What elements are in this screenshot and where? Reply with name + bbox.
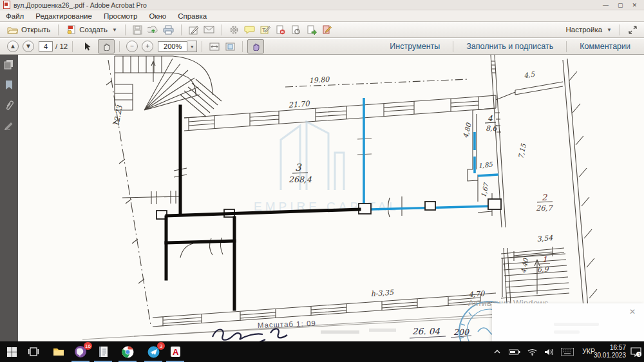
title-bar: вул.Дорошенка26_.pdf - Adobe Acrobat Pro…	[0, 0, 644, 10]
create-button[interactable]: Создать ▼	[63, 24, 120, 35]
chrome-app-button[interactable]	[117, 341, 138, 362]
maximize-icon[interactable]: ▢	[618, 2, 623, 8]
dim-1-85: 1,85	[478, 161, 493, 169]
plan-dimension-labels: 19.80 21.70 12.23 4,5 4,80 1,85 1,67 7,1…	[111, 70, 553, 299]
menu-bar: Файл Редактирование Просмотр Окно Справк…	[0, 10, 644, 22]
dim-12-23: 12.23	[111, 104, 124, 128]
clock[interactable]: 16:57 30.01.2023	[594, 344, 626, 359]
main-toolbar: Открыть Создать ▼ T Настройка ▼	[0, 22, 644, 38]
fit-page-button[interactable]	[222, 40, 238, 53]
navigation-pane	[0, 55, 18, 341]
expand-panes-icon[interactable]	[625, 23, 640, 36]
dim-4-70: 4,70	[468, 289, 485, 299]
previous-page-button[interactable]: ▲	[7, 41, 19, 52]
chrome-icon	[122, 346, 134, 358]
building-outline	[82, 55, 600, 339]
export-pdf-button[interactable]	[304, 23, 319, 36]
acrobat-app-button[interactable]: A	[165, 341, 185, 362]
zoom-level-value[interactable]: 200%	[158, 41, 187, 52]
viber-app-button[interactable]: 16	[70, 341, 91, 362]
dim-4-40: 4,40	[519, 257, 529, 274]
scale-label: Масштаб 1: 09	[258, 319, 316, 329]
pdf-file-icon	[3, 1, 10, 9]
fill-sign-doc-button[interactable]	[319, 23, 335, 36]
sign-pen-button[interactable]	[186, 23, 202, 36]
clock-time: 16:57	[594, 344, 626, 352]
room2-number: 2	[542, 193, 547, 202]
tray-expand-chevron-icon[interactable]	[491, 341, 504, 362]
close-icon[interactable]: ✕	[632, 2, 637, 8]
volume-icon[interactable]	[542, 341, 555, 362]
action-center-badge: 1	[638, 351, 640, 356]
customize-button[interactable]: Настройка ▼	[562, 24, 615, 35]
brand-watermark: EMPIRE CAPITAL	[254, 122, 399, 213]
notes-app-icon	[98, 346, 109, 357]
popup-close-icon[interactable]: ✕	[629, 308, 636, 316]
dim-19-80: 19.80	[308, 75, 330, 85]
file-explorer-button[interactable]	[48, 341, 69, 362]
page-number-input[interactable]: 4	[39, 41, 53, 52]
settings-gear-icon[interactable]	[227, 23, 242, 36]
dim-7-15: 7,15	[516, 142, 527, 160]
room1-number: 1	[542, 255, 547, 264]
bookmarks-icon[interactable]	[5, 80, 14, 90]
messenger-app-button[interactable]: 3	[143, 341, 164, 362]
dim-h-3-35: h-3,35	[370, 288, 394, 298]
signatures-icon[interactable]	[4, 121, 14, 130]
tab-comments[interactable]: Комментарии	[571, 42, 639, 51]
touch-keyboard-icon[interactable]	[559, 341, 576, 362]
room3-number: 3	[295, 162, 302, 173]
viber-badge: 16	[84, 342, 92, 350]
tab-fill-sign[interactable]: Заполнить и подписать	[458, 42, 562, 51]
hand-tool-button[interactable]	[98, 39, 115, 53]
window-title: вул.Дорошенка26_.pdf - Adobe Acrobat Pro	[14, 1, 147, 9]
dim-3-54: 3,54	[536, 234, 554, 243]
zoom-dropdown-caret[interactable]: ▼	[187, 41, 197, 52]
task-view-button[interactable]	[23, 341, 44, 362]
zoom-in-button[interactable]: +	[142, 41, 153, 52]
svg-text:T: T	[262, 27, 266, 33]
action-wizard-button[interactable]	[289, 23, 304, 36]
select-tool-button[interactable]	[77, 39, 98, 54]
share-cloud-button[interactable]	[146, 23, 161, 36]
menu-help[interactable]: Справка	[172, 12, 213, 21]
comment-bubble-button[interactable]	[242, 23, 258, 36]
notification-popup: ✕	[492, 303, 644, 341]
room1-area: 6,9	[537, 265, 549, 274]
save-button[interactable]	[130, 23, 146, 36]
clock-date: 30.01.2023	[594, 352, 626, 359]
zoom-out-button[interactable]: −	[126, 41, 138, 52]
document-page-canvas[interactable]: EMPIRE CAPITAL	[18, 55, 644, 341]
attachments-paperclip-icon[interactable]	[5, 100, 14, 111]
minimize-icon[interactable]: —	[603, 2, 609, 8]
chevron-down-icon: ▼	[607, 27, 612, 33]
menu-file[interactable]: Файл	[0, 12, 30, 21]
room4-number: 4	[488, 114, 493, 123]
folder-open-icon	[7, 26, 18, 34]
desktop-screen: вул.Дорошенка26_.pdf - Adobe Acrobat Pro…	[0, 0, 644, 362]
folder-icon	[53, 347, 64, 356]
menu-view[interactable]: Просмотр	[98, 12, 144, 21]
floor-plan-drawing: EMPIRE CAPITAL	[18, 55, 644, 341]
room3-area: 268,4	[289, 175, 312, 184]
menu-edit[interactable]: Редактирование	[30, 12, 98, 21]
scroll-hand-mode-button[interactable]	[247, 39, 264, 53]
wifi-icon[interactable]	[526, 341, 538, 362]
highlight-text-button[interactable]: T	[258, 23, 273, 36]
menu-window[interactable]: Окно	[143, 12, 172, 21]
action-center-button[interactable]: 1	[627, 341, 644, 362]
open-button[interactable]: Открыть	[4, 24, 53, 35]
print-button[interactable]	[161, 23, 176, 36]
delete-pages-button[interactable]	[273, 23, 289, 36]
notes-app-button[interactable]	[93, 341, 113, 362]
next-page-button[interactable]: ▼	[23, 41, 34, 52]
fit-width-button[interactable]	[207, 40, 222, 53]
dim-21-70: 21.70	[288, 99, 310, 110]
tab-tools[interactable]: Инструменты	[381, 42, 448, 51]
windows-taskbar: 16 3 A	[0, 341, 644, 362]
battery-icon[interactable]	[507, 341, 522, 362]
chevron-down-icon: ▼	[112, 27, 117, 33]
page-thumbnails-icon[interactable]	[4, 59, 14, 70]
start-button[interactable]	[1, 341, 22, 362]
email-button[interactable]	[202, 23, 217, 36]
